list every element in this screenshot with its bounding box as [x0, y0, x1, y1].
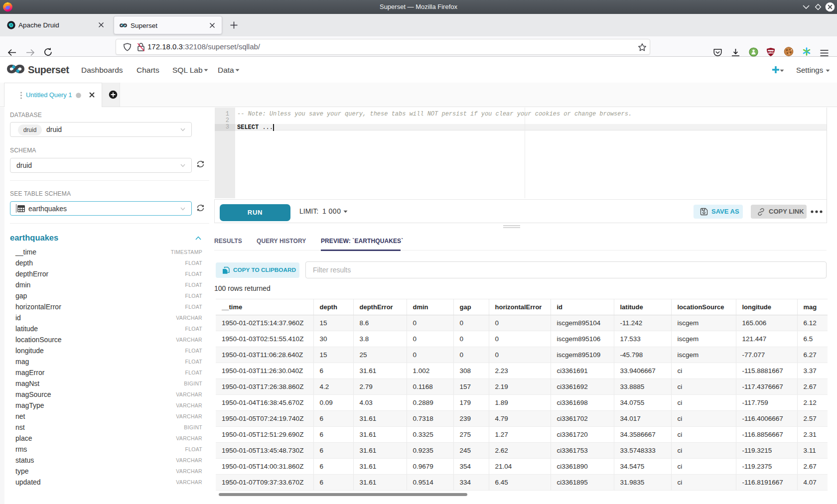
svg-text:uBO: uBO	[768, 51, 774, 54]
